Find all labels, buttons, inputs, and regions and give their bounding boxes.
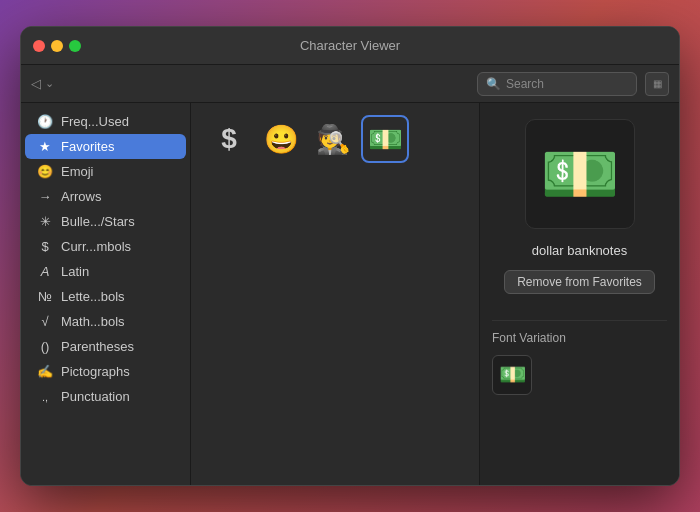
detail-emoji-name: dollar banknotes — [532, 243, 627, 258]
punctuation-icon: ., — [37, 391, 53, 403]
sidebar-item-label: Lette...bols — [61, 289, 125, 304]
main-content: 🕐 Freq...Used ★ Favorites 😊 Emoji → Arro… — [21, 103, 679, 485]
emoji-cell-smile[interactable]: 😀 — [259, 117, 303, 161]
divider — [492, 320, 667, 321]
font-variation-grid: 💵 — [492, 355, 532, 395]
sidebar-item-label: Curr...mbols — [61, 239, 131, 254]
star-icon: ★ — [37, 139, 53, 154]
sidebar-item-label: Latin — [61, 264, 89, 279]
currency-icon: $ — [37, 239, 53, 254]
sidebar-item-letterlike[interactable]: № Lette...bols — [25, 284, 186, 309]
remove-from-favorites-button[interactable]: Remove from Favorites — [504, 270, 655, 294]
emoji-cell-detective[interactable]: 🕵 — [311, 117, 355, 161]
grid-icon: ▦ — [653, 78, 662, 89]
letterlike-icon: № — [37, 289, 53, 304]
sidebar-item-bullets-stars[interactable]: ✳ Bulle.../Stars — [25, 209, 186, 234]
arrow-icon: → — [37, 189, 53, 204]
search-icon: 🔍 — [486, 77, 501, 91]
sidebar-item-arrows[interactable]: → Arrows — [25, 184, 186, 209]
sidebar-item-label: Arrows — [61, 189, 101, 204]
emoji-cell-dollar[interactable]: $ — [207, 117, 251, 161]
sidebar-item-freq-used[interactable]: 🕐 Freq...Used — [25, 109, 186, 134]
sidebar-item-label: Punctuation — [61, 389, 130, 404]
maximize-button[interactable] — [69, 40, 81, 52]
sidebar-item-punctuation[interactable]: ., Punctuation — [25, 384, 186, 409]
window-title: Character Viewer — [300, 38, 400, 53]
detail-panel: 💵 dollar banknotes Remove from Favorites… — [479, 103, 679, 485]
grid-view-button[interactable]: ▦ — [645, 72, 669, 96]
sidebar-item-label: Pictographs — [61, 364, 130, 379]
titlebar: Character Viewer — [21, 27, 679, 65]
sidebar-item-math[interactable]: √ Math...bols — [25, 309, 186, 334]
sidebar-item-label: Favorites — [61, 139, 114, 154]
clock-icon: 🕐 — [37, 114, 53, 129]
minimize-button[interactable] — [51, 40, 63, 52]
sidebar-item-latin[interactable]: A Latin — [25, 259, 186, 284]
sidebar-item-currency[interactable]: $ Curr...mbols — [25, 234, 186, 259]
sidebar-item-label: Math...bols — [61, 314, 125, 329]
nav-back[interactable]: ◁ ⌄ — [31, 76, 54, 91]
emoji-icon: 😊 — [37, 164, 53, 179]
math-icon: √ — [37, 314, 53, 329]
font-variation-label: Font Variation — [492, 331, 566, 345]
sidebar-item-label: Freq...Used — [61, 114, 129, 129]
sidebar-item-favorites[interactable]: ★ Favorites — [25, 134, 186, 159]
toolbar: ◁ ⌄ 🔍 Search ▦ — [21, 65, 679, 103]
emoji-row: $ 😀 🕵 💵 — [207, 117, 463, 161]
font-variation-cell[interactable]: 💵 — [492, 355, 532, 395]
sidebar-item-label: Bulle.../Stars — [61, 214, 135, 229]
emoji-cell-money-bag[interactable]: 💵 — [363, 117, 407, 161]
chevron-down-icon: ⌄ — [45, 77, 54, 90]
sidebar-item-emoji[interactable]: 😊 Emoji — [25, 159, 186, 184]
pictograph-icon: ✍ — [37, 364, 53, 379]
asterisk-icon: ✳ — [37, 214, 53, 229]
close-button[interactable] — [33, 40, 45, 52]
sidebar-item-label: Parentheses — [61, 339, 134, 354]
detail-emoji-preview: 💵 — [525, 119, 635, 229]
search-box[interactable]: 🔍 Search — [477, 72, 637, 96]
character-viewer-window: Character Viewer ◁ ⌄ 🔍 Search ▦ 🕐 Freq..… — [20, 26, 680, 486]
back-icon: ◁ — [31, 76, 41, 91]
sidebar-item-pictographs[interactable]: ✍ Pictographs — [25, 359, 186, 384]
parentheses-icon: () — [37, 339, 53, 354]
emoji-grid: $ 😀 🕵 💵 — [191, 103, 479, 485]
sidebar: 🕐 Freq...Used ★ Favorites 😊 Emoji → Arro… — [21, 103, 191, 485]
sidebar-item-parentheses[interactable]: () Parentheses — [25, 334, 186, 359]
search-placeholder: Search — [506, 77, 544, 91]
traffic-lights — [33, 40, 81, 52]
sidebar-item-label: Emoji — [61, 164, 94, 179]
latin-icon: A — [37, 264, 53, 279]
